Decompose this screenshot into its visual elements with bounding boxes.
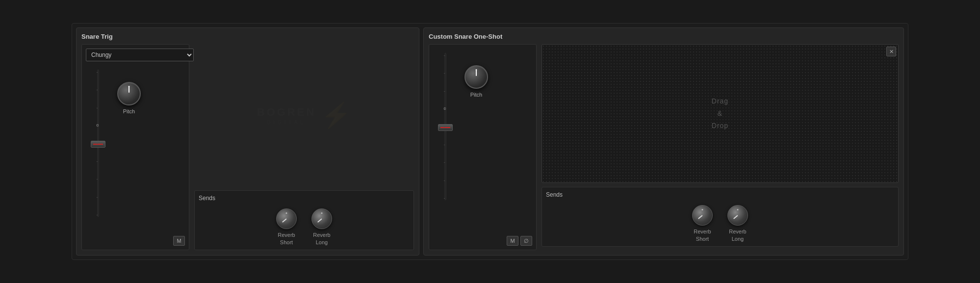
left-reverb-long-wrap: Reverb Long (311, 208, 332, 246)
left-sends-title: Sends (199, 195, 410, 202)
right-reverb-short-label: Reverb Short (694, 228, 711, 242)
reverb-short-indicator (286, 212, 287, 214)
right-sends-knobs: Reverb Short Reverb Long (546, 205, 894, 242)
left-mute-button[interactable]: M (173, 236, 185, 246)
right-sends-panel: Sends Reverb Short (542, 187, 899, 247)
fader-labels-right: - - - 0 - - - - - (97, 70, 99, 217)
drag-drop-area[interactable]: ✕ Drag & Drop (542, 44, 899, 183)
left-pitch-knob-area: Pitch (117, 82, 141, 114)
logo-sub: DIGITAL (257, 120, 316, 125)
right-fader[interactable]: - - - 0 - - - - - (433, 53, 458, 200)
right-sends-title: Sends (546, 191, 894, 198)
snare-trig-channel-strip: Chungy - - - 0 - - - - (81, 44, 189, 250)
custom-snare-channel-strip: - - - 0 - - - - - (429, 44, 537, 250)
right-fader-labels-right: - - - 0 - - - - - (444, 53, 446, 200)
custom-snare-panel: Custom Snare One-Shot - - - 0 - - - (423, 27, 904, 256)
logo-area: BOGREN DIGITAL ⚡ (194, 44, 414, 186)
right-reverb-short-indicator (702, 209, 703, 210)
right-mute-button[interactable]: M (507, 236, 518, 246)
right-pitch-knob[interactable] (464, 65, 488, 89)
preset-dropdown[interactable]: Chungy (86, 49, 194, 61)
right-pitch-knob-indicator (476, 69, 477, 71)
right-bottom-buttons: M ∅ (507, 236, 532, 246)
right-reverb-long-indicator (737, 209, 739, 210)
right-reverb-short-knob[interactable] (692, 205, 713, 226)
right-reverb-long-knob[interactable] (727, 205, 748, 226)
left-sends-panel: Sends Reverb Short (194, 190, 414, 250)
logo-bolt: ⚡ (321, 101, 351, 129)
snare-trig-panel: Snare Trig Chungy - - - 0 - (76, 27, 419, 256)
left-reverb-long-label: Reverb Long (313, 232, 330, 246)
left-pitch-knob[interactable] (117, 82, 141, 105)
left-fader[interactable]: - - - 0 - - - - - (86, 70, 110, 217)
right-reverb-long-wrap: Reverb Long (727, 205, 748, 242)
pitch-knob-indicator (129, 86, 130, 87)
left-reverb-short-label: Reverb Short (278, 232, 295, 246)
main-wrapper: Snare Trig Chungy - - - 0 - (72, 23, 908, 260)
left-reverb-short-wrap: Reverb Short (276, 208, 297, 246)
right-phase-button[interactable]: ∅ (520, 236, 532, 246)
left-pitch-label: Pitch (123, 108, 135, 114)
close-button[interactable]: ✕ (886, 47, 896, 56)
left-sends-knobs: Reverb Short Reverb Long (199, 208, 410, 246)
right-reverb-short-wrap: Reverb Short (692, 205, 713, 242)
right-reverb-long-label: Reverb Long (729, 228, 746, 242)
right-pitch-label: Pitch (470, 92, 482, 98)
drag-drop-text: Drag & Drop (712, 95, 728, 132)
reverb-long-indicator (321, 212, 323, 214)
snare-trig-title: Snare Trig (81, 33, 414, 40)
logo-name: BOGREN (257, 106, 316, 119)
custom-snare-title: Custom Snare One-Shot (429, 33, 899, 40)
right-pitch-knob-area: Pitch (464, 65, 488, 98)
left-reverb-long-knob[interactable] (311, 208, 332, 229)
left-reverb-short-knob[interactable] (276, 208, 297, 229)
